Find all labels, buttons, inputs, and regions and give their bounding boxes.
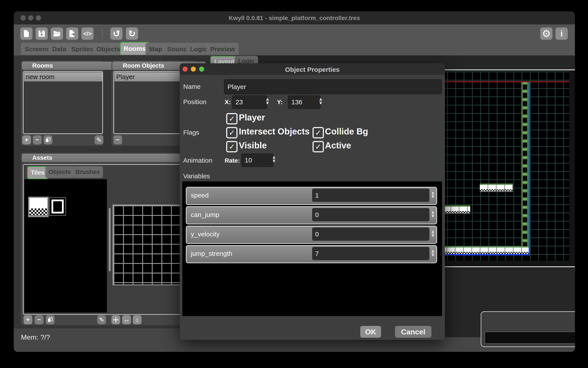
move-asset-button[interactable] xyxy=(111,315,120,324)
variable-name: speed xyxy=(191,187,209,203)
settings-button[interactable]: ⚙ xyxy=(540,28,552,40)
minus-icon: − xyxy=(37,316,41,323)
add-room-button[interactable]: + xyxy=(22,135,31,145)
chevron-down-icon: ∨ xyxy=(431,214,435,217)
collide-bg-checkbox[interactable]: ✓ xyxy=(312,127,324,138)
tab-map[interactable]: Map xyxy=(145,43,166,55)
code-icon: </> xyxy=(83,31,92,37)
collide-bg-label: Collide Bg xyxy=(325,127,368,136)
name-field[interactable]: Player xyxy=(224,79,442,94)
list-item-room[interactable]: new room xyxy=(24,72,102,82)
move-icon xyxy=(113,317,119,323)
active-label: Active xyxy=(325,141,351,150)
dialog-titlebar[interactable]: Object Properties xyxy=(180,63,445,75)
window-titlebar[interactable]: Kwyll 0.0.81 - simple_platform_controlle… xyxy=(14,11,575,24)
open-folder-icon xyxy=(53,29,61,38)
chevron-down-icon: ∨ xyxy=(431,195,435,198)
v-resize-icon: ↕ xyxy=(136,316,139,323)
window-title: Kwyll 0.0.81 - simple_platform_controlle… xyxy=(14,15,575,22)
new-file-button[interactable] xyxy=(20,28,33,40)
scroll-bar[interactable] xyxy=(485,331,575,344)
cancel-button[interactable]: Cancel xyxy=(395,326,431,338)
open-button[interactable] xyxy=(51,28,63,40)
rooms-list[interactable]: new room xyxy=(23,71,103,134)
tab-preview[interactable]: Preview xyxy=(206,43,239,55)
remove-object-button[interactable]: − xyxy=(113,135,122,145)
tab-rooms[interactable]: Rooms xyxy=(120,42,150,55)
ok-button[interactable]: OK xyxy=(360,326,381,338)
duplicate-asset-button[interactable] xyxy=(46,315,54,324)
variable-stepper[interactable]: ∧ ∨ xyxy=(431,191,435,198)
remove-asset-button[interactable]: − xyxy=(35,315,43,324)
tile-list[interactable] xyxy=(24,179,107,313)
pencil-icon: ✎ xyxy=(99,316,104,323)
variable-row[interactable]: jump_strength 7 ∧ ∨ xyxy=(186,245,437,263)
variables-list: speed 1 ∧ ∨ can_jump 0 ∧ ∨ y_velocity 0 xyxy=(182,181,442,316)
duplicate-room-button[interactable] xyxy=(44,135,52,145)
player-checkbox-label: Player xyxy=(239,113,265,122)
variable-stepper[interactable]: ∧ ∨ xyxy=(431,230,435,237)
position-y-label: Y: xyxy=(277,99,283,106)
tile-list-scrollbar[interactable] xyxy=(109,208,111,271)
assets-tab-objects[interactable]: Objects xyxy=(45,166,74,178)
variable-value-field[interactable]: 7 xyxy=(312,247,429,260)
h-resize-icon: ↔ xyxy=(124,316,130,323)
variable-stepper[interactable]: ∧ ∨ xyxy=(431,211,435,217)
intersect-objects-checkbox[interactable]: ✓ xyxy=(226,127,238,138)
room-right-bound-line xyxy=(529,82,530,254)
variable-name: jump_strength xyxy=(191,246,232,261)
check-icon: ✓ xyxy=(229,128,235,137)
player-checkbox[interactable]: ✓ xyxy=(226,113,238,124)
active-checkbox[interactable]: ✓ xyxy=(312,141,324,152)
platform-tiles xyxy=(443,205,470,214)
variable-stepper[interactable]: ∧ ∨ xyxy=(431,250,435,256)
add-asset-button[interactable]: + xyxy=(24,315,32,324)
chevron-down-icon: ∨ xyxy=(431,234,435,237)
flags-label: Flags xyxy=(183,129,199,136)
save-button[interactable] xyxy=(36,28,48,40)
variable-row[interactable]: can_jump 0 ∧ ∨ xyxy=(186,206,437,224)
redo-button[interactable]: ↻ xyxy=(126,28,138,40)
variable-row[interactable]: y_velocity 0 ∧ ∨ xyxy=(186,226,437,244)
assets-tab-tiles[interactable]: Tiles xyxy=(27,166,48,179)
info-button[interactable]: i xyxy=(555,28,568,40)
app-window: Kwyll 0.0.81 - simple_platform_controlle… xyxy=(14,11,575,352)
dialog-title: Object Properties xyxy=(180,66,445,73)
tab-data[interactable]: Data xyxy=(48,43,70,55)
undo-icon: ↺ xyxy=(113,29,120,38)
check-icon: ✓ xyxy=(229,142,235,151)
animation-label: Animation xyxy=(183,157,212,164)
rate-stepper[interactable]: ∧ ∨ xyxy=(272,156,276,162)
code-button[interactable]: </> xyxy=(81,28,94,40)
pencil-icon: ✎ xyxy=(96,136,101,144)
visible-checkbox[interactable]: ✓ xyxy=(226,141,238,152)
position-x-field[interactable]: 23 xyxy=(232,95,267,109)
tile-thumbnail-outline[interactable] xyxy=(49,197,66,216)
export-button[interactable] xyxy=(66,28,78,40)
edit-asset-button[interactable]: ✎ xyxy=(97,315,106,324)
tile-editor-grid[interactable] xyxy=(113,204,181,285)
assets-tab-brushes[interactable]: Brushes xyxy=(72,166,103,178)
edit-room-button[interactable]: ✎ xyxy=(95,135,103,145)
position-y-stepper[interactable]: ∧ ∨ xyxy=(319,98,322,104)
chevron-down-icon: ∨ xyxy=(319,101,322,104)
minus-icon: − xyxy=(36,136,39,143)
undo-button[interactable]: ↺ xyxy=(110,28,123,40)
variable-row[interactable]: speed 1 ∧ ∨ xyxy=(186,187,437,205)
variable-value-field[interactable]: 0 xyxy=(312,227,429,241)
variable-value-field[interactable]: 0 xyxy=(312,208,429,221)
variable-value-field[interactable]: 1 xyxy=(312,189,429,202)
remove-room-button[interactable]: − xyxy=(33,135,42,145)
position-x-stepper[interactable]: ∧ ∨ xyxy=(266,98,269,104)
map-controls-panel: + − xyxy=(481,311,575,347)
position-y-field[interactable]: 136 xyxy=(288,95,321,109)
rate-label: Rate: xyxy=(225,157,240,164)
assets-panel-header: Assets xyxy=(22,154,189,162)
tab-objects[interactable]: Objects xyxy=(93,43,124,55)
tile-thumbnail-checkered[interactable] xyxy=(28,197,49,217)
minus-icon: − xyxy=(116,136,119,143)
intersect-objects-label: Intersect Objects xyxy=(239,127,310,136)
resize-vertical-button[interactable]: ↕ xyxy=(133,315,142,324)
resize-horizontal-button[interactable]: ↔ xyxy=(122,315,131,324)
rate-field[interactable]: 10 xyxy=(241,153,274,167)
